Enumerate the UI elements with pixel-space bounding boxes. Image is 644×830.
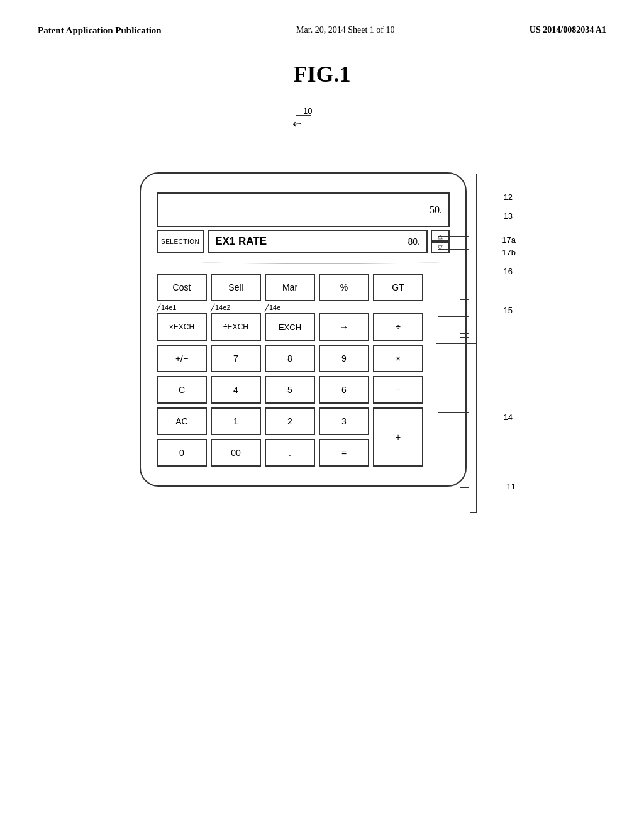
multiply-key[interactable]: × (373, 345, 423, 372)
rate-display: EX1 RATE 80. (208, 230, 428, 253)
main-display: 50. (157, 192, 450, 227)
diagram-container: 10 ↗ 50. SELECTION (102, 106, 542, 487)
key-6[interactable]: 6 (319, 376, 369, 404)
plus-key[interactable]: + (373, 407, 423, 467)
key-row-4: C 4 5 6 − (157, 376, 450, 404)
ref-12: 12 (504, 192, 513, 202)
header-left: Patent Application Publication (38, 25, 162, 36)
ref-13: 13 (504, 211, 513, 221)
cost-key[interactable]: Cost (157, 274, 207, 301)
key-2[interactable]: 2 (265, 407, 315, 435)
plus-minus-key[interactable]: +/− (157, 345, 207, 372)
ref-10-label: 10 (303, 106, 312, 116)
page-header: Patent Application Publication Mar. 20, … (0, 0, 644, 48)
minus-key[interactable]: − (373, 376, 423, 404)
ref-11: 11 (507, 482, 516, 491)
key-4[interactable]: 4 (211, 376, 261, 404)
ref-labels-row: ╱14e1 ╱14e2 ╱14e (157, 304, 450, 312)
times-exch-key[interactable]: ×EXCH (157, 313, 207, 341)
ref-17a: 17a (502, 235, 516, 245)
rate-value: 80. (408, 236, 420, 246)
divide-key[interactable]: ÷ (373, 313, 423, 341)
percent-key[interactable]: % (319, 274, 369, 301)
mar-key[interactable]: Mar (265, 274, 315, 301)
rate-row: SELECTION EX1 RATE 80. △ ▽ (157, 230, 450, 253)
div-exch-key[interactable]: ÷EXCH (211, 313, 261, 341)
up-arrow-button[interactable]: △ (431, 230, 450, 241)
key-7[interactable]: 7 (211, 345, 261, 372)
display-area: 50. SELECTION EX1 RATE 80. △ ▽ (157, 192, 450, 264)
keypad: Cost Sell Mar % GT ╱14e1 ╱14e2 ╱14e (157, 274, 450, 467)
calculator-body: 50. SELECTION EX1 RATE 80. △ ▽ (140, 172, 467, 487)
figure-title: FIG.1 (293, 61, 350, 87)
key-row-5: AC 1 2 3 (157, 407, 369, 435)
ref-15: 15 (504, 306, 513, 315)
arrow-right-key[interactable]: → (319, 313, 369, 341)
down-arrow-button[interactable]: ▽ (431, 241, 450, 253)
clear-key[interactable]: C (157, 376, 207, 404)
decimal-key[interactable]: . (265, 439, 315, 467)
ref-14e2-label: ╱14e2 (211, 304, 230, 311)
key-1[interactable]: 1 (211, 407, 261, 435)
sell-key[interactable]: Sell (211, 274, 261, 301)
key-row-6: 0 00 . = (157, 439, 369, 467)
gt-key[interactable]: GT (373, 274, 423, 301)
ref-14e1-label: ╱14e1 (157, 304, 176, 311)
key-row-2: ×EXCH ÷EXCH EXCH → ÷ (157, 313, 450, 341)
key-5[interactable]: 5 (265, 376, 315, 404)
ref-17b: 17b (502, 248, 516, 257)
last-rows-left: AC 1 2 3 0 00 . = (157, 407, 369, 467)
key-row-1: Cost Sell Mar % GT (157, 274, 450, 301)
equals-key[interactable]: = (319, 439, 369, 467)
key-row-3: +/− 7 8 9 × (157, 345, 450, 372)
key-3[interactable]: 3 (319, 407, 369, 435)
key-0[interactable]: 0 (157, 439, 207, 467)
header-center: Mar. 20, 2014 Sheet 1 of 10 (296, 25, 394, 35)
exch-key[interactable]: EXCH (265, 313, 315, 341)
last-rows: AC 1 2 3 0 00 . = (157, 407, 450, 467)
main-display-value: 50. (430, 204, 442, 216)
all-clear-key[interactable]: AC (157, 407, 207, 435)
ref-14: 14 (504, 412, 513, 422)
key-9[interactable]: 9 (319, 345, 369, 372)
rate-label: EX1 RATE (215, 235, 267, 248)
header-right: US 2014/0082034 A1 (530, 25, 606, 35)
ref-14e-label: ╱14e (265, 304, 280, 311)
ref-16: 16 (504, 267, 513, 276)
selection-button[interactable]: SELECTION (157, 230, 204, 253)
main-content: FIG.1 10 ↗ 50. SELECTION (0, 48, 644, 487)
key-00[interactable]: 00 (211, 439, 261, 467)
key-8[interactable]: 8 (265, 345, 315, 372)
ref-10-arrow: ↗ (290, 117, 304, 131)
